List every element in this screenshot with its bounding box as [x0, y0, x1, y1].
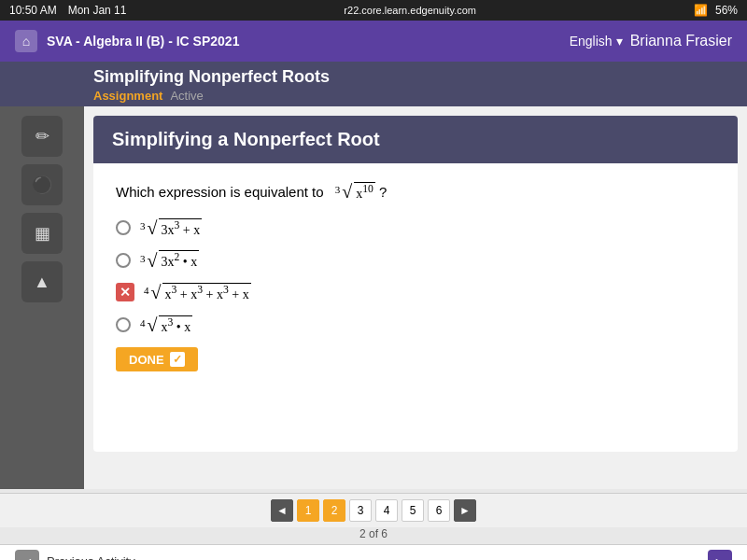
main-layout: ✏ ⚫ ▦ ▲ Simplifying a Nonperfect Root Wh… [0, 106, 747, 489]
headphones-icon: ⚫ [32, 175, 52, 195]
question-prompt: Which expression is equivalent to 3 √ x1… [116, 182, 715, 202]
option-c-label: 4 √ x3 + x3 + x3 + x [144, 283, 251, 302]
page-btn-1[interactable]: 1 [297, 499, 319, 522]
pencil-button[interactable]: ✏ [21, 116, 63, 157]
question-box: Simplifying a Nonperfect Root Which expr… [93, 116, 738, 452]
page-btn-4[interactable]: 4 [375, 499, 398, 522]
up-arrow-button[interactable]: ▲ [21, 261, 63, 302]
page-btn-5[interactable]: 5 [402, 499, 424, 522]
question-header: Simplifying a Nonperfect Root [93, 116, 738, 163]
option-d-label: 4 √ x3 • x [140, 315, 192, 335]
battery: 56% [715, 4, 738, 17]
calculator-button[interactable]: ▦ [21, 213, 63, 254]
language-selector[interactable]: English ▾ [570, 34, 623, 49]
prev-activity-label[interactable]: Previous Activity [47, 554, 135, 560]
breadcrumb-assignment[interactable]: Assignment [93, 89, 162, 103]
sidebar: ✏ ⚫ ▦ ▲ [0, 106, 84, 489]
option-b-row[interactable]: 3 √ 3x2 • x [116, 250, 715, 270]
done-checkmark-icon: ✓ [170, 352, 185, 367]
wifi-icon: 📶 [694, 4, 708, 17]
option-a-label: 3 √ 3x3 + x [140, 218, 202, 238]
bottom-bar: ◄ Previous Activity ► [0, 544, 747, 560]
option-b-radio[interactable] [116, 253, 131, 268]
page-counter: 2 of 6 [0, 527, 747, 544]
page-title: Simplifying Nonperfect Roots [93, 67, 732, 87]
time: 10:50 AM [9, 4, 57, 17]
page-btn-2[interactable]: 2 [323, 499, 345, 522]
option-c-wrong-icon: ✕ [116, 283, 134, 301]
header: ⌂ SVA - Algebra II (B) - IC SP2021 Engli… [0, 21, 747, 62]
option-d-radio[interactable] [116, 317, 131, 332]
option-c-row[interactable]: ✕ 4 √ x3 + x3 + x3 + x [116, 283, 715, 302]
headphones-button[interactable]: ⚫ [21, 164, 63, 205]
status-bar: 10:50 AM Mon Jan 11 r22.core.learn.edgen… [0, 0, 747, 21]
language-label: English [570, 34, 613, 49]
calculator-icon: ▦ [35, 223, 50, 244]
prompt-text: Which expression is equivalent to [116, 184, 324, 200]
url: r22.core.learn.edgenuity.com [344, 5, 476, 16]
content-area: Simplifying a Nonperfect Root Which expr… [84, 106, 747, 489]
done-label: DONE [129, 353, 164, 367]
next-page-button[interactable]: ► [454, 499, 476, 522]
bottom-prev-icon[interactable]: ◄ [15, 550, 39, 561]
course-title: SVA - Algebra II (B) - IC SP2021 [47, 34, 239, 49]
option-d-row[interactable]: 4 √ x3 • x [116, 315, 715, 335]
user-name: Brianna Frasier [630, 33, 732, 49]
done-button[interactable]: DONE ✓ [116, 347, 198, 371]
prev-page-button[interactable]: ◄ [271, 499, 293, 522]
chevron-down-icon: ▾ [616, 34, 623, 49]
up-arrow-icon: ▲ [34, 273, 50, 292]
date: Mon Jan 11 [68, 4, 127, 17]
page-title-bar: Simplifying Nonperfect Roots Assignment … [0, 62, 747, 106]
bottom-next-icon[interactable]: ► [708, 550, 732, 561]
pagination-bar: ◄ 1 2 3 4 5 6 ► [0, 493, 747, 527]
option-a-row[interactable]: 3 √ 3x3 + x [116, 218, 715, 238]
option-a-radio[interactable] [116, 220, 131, 235]
question-body: Which expression is equivalent to 3 √ x1… [93, 163, 738, 390]
home-icon[interactable]: ⌂ [15, 30, 37, 52]
option-b-label: 3 √ 3x2 • x [140, 250, 199, 270]
pencil-icon: ✏ [35, 126, 49, 147]
page-btn-6[interactable]: 6 [428, 499, 450, 522]
prompt-expression: 3 √ x10 [335, 182, 375, 202]
prompt-end: ? [379, 184, 387, 200]
pagination-area: ◄ 1 2 3 4 5 6 ► 2 of 6 [0, 489, 747, 544]
page-btn-3[interactable]: 3 [349, 499, 372, 522]
breadcrumb-status: Active [170, 89, 203, 103]
